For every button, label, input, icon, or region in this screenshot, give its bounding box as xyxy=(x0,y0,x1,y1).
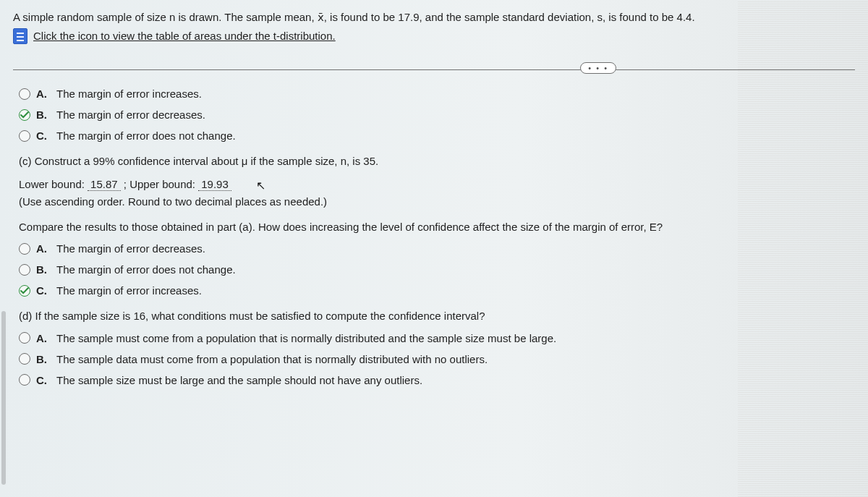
radio-icon[interactable] xyxy=(19,130,30,142)
option-text: The margin of error decreases. xyxy=(56,242,205,255)
option-row[interactable]: B. The sample data must come from a popu… xyxy=(19,353,855,365)
lower-bound-value[interactable]: 15.87 xyxy=(88,178,121,191)
intro-line-1: A simple random sample of size n is draw… xyxy=(13,9,855,26)
part-d-prompt: (d) If the sample size is 16, what condi… xyxy=(19,308,855,325)
option-text: The margin of error increases. xyxy=(56,284,202,297)
option-letter: B. xyxy=(36,353,51,365)
option-row[interactable]: C. The margin of error does not change. xyxy=(19,129,855,142)
radio-icon[interactable] xyxy=(19,243,30,255)
radio-icon[interactable] xyxy=(19,353,30,365)
scrollbar-thumb[interactable] xyxy=(1,311,6,485)
mouse-cursor-icon: ↖ xyxy=(256,179,265,192)
part-d-options: A. The sample must come from a populatio… xyxy=(19,332,855,386)
radio-icon[interactable] xyxy=(19,374,30,386)
option-text: The sample must come from a population t… xyxy=(56,332,556,344)
option-row[interactable]: A. The margin of error increases. xyxy=(19,88,855,100)
option-row[interactable]: B. The margin of error does not change. xyxy=(19,263,855,276)
confidence-interval-answer: Lower bound: 15.87 ; Upper bound: 19.93 … xyxy=(19,177,855,191)
option-row[interactable]: C. The sample size must be large and the… xyxy=(19,374,855,386)
rounding-note: (Use ascending order. Round to two decim… xyxy=(19,195,855,208)
option-letter: A. xyxy=(36,242,51,255)
lower-bound-label: Lower bound: xyxy=(19,178,85,190)
upper-bound-value[interactable]: 19.93 xyxy=(198,178,231,191)
separator: ; xyxy=(124,178,127,190)
radio-icon[interactable] xyxy=(19,332,30,344)
option-letter: C. xyxy=(36,129,51,142)
option-letter: B. xyxy=(36,109,51,121)
option-row[interactable]: A. The sample must come from a populatio… xyxy=(19,332,855,344)
option-row[interactable]: B. The margin of error decreases. xyxy=(19,109,855,121)
part-c-prompt: (c) Construct a 99% confidence interval … xyxy=(19,153,855,170)
radio-icon[interactable] xyxy=(19,88,30,100)
radio-checked-icon[interactable] xyxy=(19,285,30,297)
option-letter: A. xyxy=(36,332,51,344)
option-letter: A. xyxy=(36,88,51,100)
divider-line xyxy=(13,69,855,70)
option-text: The margin of error increases. xyxy=(56,88,202,100)
option-text: The sample data must come from a populat… xyxy=(56,353,488,365)
table-doc-icon[interactable] xyxy=(13,28,27,44)
part-c-compare: Compare the results to those obtained in… xyxy=(19,219,855,236)
part-c-options: A. The margin of error decreases. B. The… xyxy=(19,242,855,297)
section-divider: • • • xyxy=(13,69,855,70)
option-text: The margin of error does not change. xyxy=(56,129,236,142)
t-distribution-link[interactable]: Click the icon to view the table of area… xyxy=(33,27,336,45)
more-badge[interactable]: • • • xyxy=(580,62,616,74)
option-text: The margin of error does not change. xyxy=(56,263,236,276)
option-letter: C. xyxy=(36,374,51,386)
option-letter: B. xyxy=(36,263,51,276)
option-text: The sample size must be large and the sa… xyxy=(56,374,422,386)
upper-bound-label: Upper bound: xyxy=(129,178,195,190)
option-letter: C. xyxy=(36,284,51,297)
question-intro: A simple random sample of size n is draw… xyxy=(13,9,855,45)
radio-icon[interactable] xyxy=(19,264,30,276)
part-b-options: A. The margin of error increases. B. The… xyxy=(19,88,855,142)
option-row[interactable]: A. The margin of error decreases. xyxy=(19,242,855,255)
option-row[interactable]: C. The margin of error increases. xyxy=(19,284,855,297)
radio-checked-icon[interactable] xyxy=(19,109,30,121)
option-text: The margin of error decreases. xyxy=(56,109,205,121)
